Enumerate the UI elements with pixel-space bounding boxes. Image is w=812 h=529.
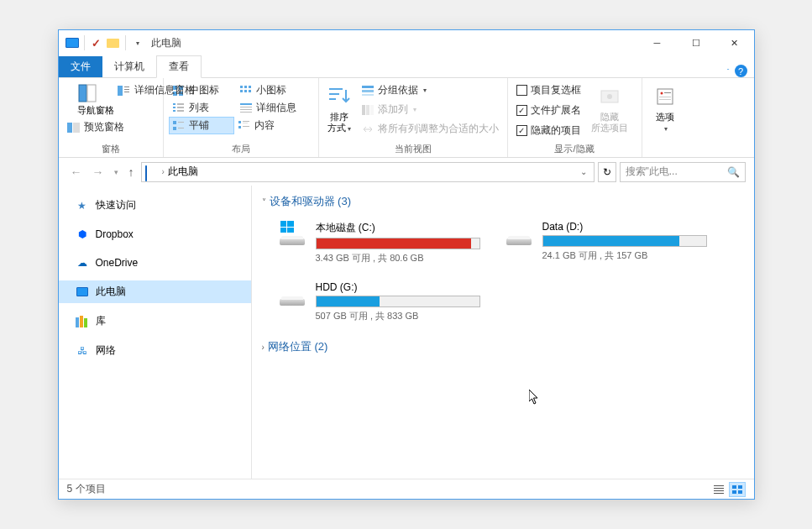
status-bar: 5 个项目 bbox=[59, 479, 754, 499]
layout-tiles-button[interactable]: 平铺 bbox=[169, 117, 234, 134]
sidebar-item-thispc[interactable]: 此电脑 bbox=[59, 280, 251, 303]
sidebar-item-onedrive[interactable]: ☁OneDrive bbox=[59, 252, 251, 274]
qat-dropdown-icon[interactable]: ▾ bbox=[131, 36, 144, 50]
sort-by-button[interactable]: 排序方式▾ bbox=[324, 81, 354, 141]
svg-rect-36 bbox=[243, 126, 249, 127]
content-area: ˅ 设备和驱动器 (3) 本地磁盘 (C:) 3.43 GB 可用 , 共 80… bbox=[252, 186, 754, 479]
svg-rect-19 bbox=[177, 103, 184, 105]
forward-button: → bbox=[89, 164, 107, 181]
drive-icon bbox=[504, 221, 534, 251]
newfolder-qat-icon[interactable] bbox=[107, 36, 120, 50]
group-label-showhide: 显示/隐藏 bbox=[513, 141, 637, 157]
svg-rect-15 bbox=[240, 90, 243, 92]
svg-rect-43 bbox=[362, 105, 365, 115]
size-columns-button: 将所有列调整为合适的大小 bbox=[358, 120, 502, 138]
breadcrumb-item[interactable]: 此电脑 bbox=[168, 165, 198, 179]
svg-rect-39 bbox=[329, 98, 336, 100]
window-title: 此电脑 bbox=[151, 36, 181, 50]
drive-usage-bar bbox=[316, 238, 480, 249]
svg-rect-27 bbox=[240, 112, 252, 113]
up-button[interactable]: ↑ bbox=[125, 164, 138, 181]
sidebar-item-dropbox[interactable]: ⬢Dropbox bbox=[59, 223, 251, 245]
section-network-header[interactable]: › 网络位置 (2) bbox=[262, 339, 744, 354]
svg-rect-29 bbox=[178, 122, 184, 123]
group-label-currentview: 当前视图 bbox=[324, 141, 502, 157]
checkbox-checked-icon: ✓ bbox=[516, 125, 527, 136]
svg-rect-1 bbox=[87, 85, 96, 102]
tab-view[interactable]: 查看 bbox=[156, 55, 202, 78]
svg-rect-42 bbox=[362, 94, 374, 96]
svg-rect-31 bbox=[178, 128, 184, 128]
sidebar-item-quick[interactable]: ★快速访问 bbox=[59, 194, 251, 217]
search-placeholder: 搜索"此电... bbox=[626, 165, 678, 179]
svg-rect-6 bbox=[124, 89, 129, 90]
details-pane-button[interactable]: 详细信息窗格 bbox=[114, 81, 198, 99]
svg-rect-33 bbox=[243, 121, 249, 122]
svg-rect-50 bbox=[664, 92, 671, 93]
tab-computer[interactable]: 计算机 bbox=[102, 56, 156, 77]
address-dropdown-icon[interactable]: ⌄ bbox=[577, 167, 590, 176]
chevron-right-icon[interactable]: › bbox=[162, 167, 165, 176]
star-icon: ★ bbox=[76, 199, 89, 212]
hidden-items-toggle[interactable]: ✓隐藏的项目 bbox=[513, 122, 584, 139]
drive-item[interactable]: 本地磁盘 (C:) 3.43 GB 可用 , 共 80.6 GB bbox=[274, 217, 484, 268]
details-view-button[interactable] bbox=[710, 482, 727, 497]
chevron-right-icon: › bbox=[262, 343, 265, 352]
computer-icon bbox=[76, 285, 89, 299]
close-button[interactable]: ✕ bbox=[715, 30, 754, 55]
minimize-button[interactable]: ─ bbox=[638, 30, 677, 55]
large-icons-view-button[interactable] bbox=[729, 482, 746, 497]
svg-rect-3 bbox=[73, 123, 80, 133]
layout-details-button[interactable]: 详细信息 bbox=[236, 99, 310, 117]
drive-usage-bar bbox=[316, 296, 480, 307]
drive-item[interactable]: HDD (G:) 507 GB 可用 , 共 833 GB bbox=[274, 278, 484, 326]
refresh-button[interactable]: ↻ bbox=[598, 162, 616, 182]
sidebar-item-network[interactable]: 🖧网络 bbox=[59, 339, 251, 362]
svg-rect-34 bbox=[243, 123, 248, 123]
preview-pane-button[interactable]: 预览窗格 bbox=[64, 118, 128, 136]
explorer-window: ✓ ▾ 此电脑 ─ ☐ ✕ 文件 计算机 查看 ˆ ? bbox=[58, 29, 755, 500]
svg-rect-56 bbox=[714, 485, 724, 486]
group-by-button[interactable]: 分组依据▾ bbox=[358, 81, 502, 99]
nav-sidebar: ★快速访问 ⬢Dropbox ☁OneDrive 此电脑 库 🖧网络 bbox=[59, 186, 252, 479]
help-icon[interactable]: ? bbox=[735, 65, 747, 77]
address-bar[interactable]: › 此电脑 ⌄ bbox=[141, 162, 595, 182]
svg-rect-0 bbox=[79, 85, 86, 102]
group-label-layout: 布局 bbox=[169, 141, 313, 157]
svg-rect-44 bbox=[366, 105, 369, 115]
drive-stat: 507 GB 可用 , 共 833 GB bbox=[316, 310, 480, 322]
back-button[interactable]: ← bbox=[67, 164, 86, 181]
svg-point-49 bbox=[661, 92, 663, 95]
recent-dropdown-icon[interactable]: ▾ bbox=[111, 166, 122, 178]
maximize-button[interactable]: ☐ bbox=[677, 30, 715, 55]
checkbox-items-toggle[interactable]: 项目复选框 bbox=[513, 81, 584, 99]
svg-rect-7 bbox=[124, 92, 129, 92]
layout-content-button[interactable]: 内容 bbox=[234, 117, 301, 134]
svg-rect-59 bbox=[714, 493, 724, 494]
svg-rect-25 bbox=[240, 107, 252, 107]
ribbon-collapse-icon[interactable]: ˆ bbox=[727, 67, 730, 75]
svg-rect-23 bbox=[177, 110, 184, 112]
section-devices-header[interactable]: ˅ 设备和驱动器 (3) bbox=[262, 194, 744, 209]
svg-rect-30 bbox=[173, 127, 176, 130]
properties-qat-icon[interactable]: ✓ bbox=[90, 36, 103, 50]
nav-pane-button[interactable]: 导航窗格 bbox=[76, 81, 116, 118]
svg-rect-37 bbox=[329, 88, 343, 90]
svg-rect-22 bbox=[173, 110, 175, 112]
tab-file[interactable]: 文件 bbox=[59, 56, 102, 77]
ribbon: 导航窗格 预览窗格 详细信息窗格 窗格 中图标 小图标 列表 详细信息 bbox=[59, 78, 754, 158]
drive-item[interactable]: Data (D:) 24.1 GB 可用 , 共 157 GB bbox=[500, 217, 710, 268]
svg-rect-54 bbox=[80, 316, 83, 327]
extensions-toggle[interactable]: ✓文件扩展名 bbox=[513, 102, 584, 119]
options-button[interactable]: 选项▾ bbox=[647, 81, 684, 144]
layout-small-button[interactable]: 小图标 bbox=[236, 81, 303, 99]
titlebar: ✓ ▾ 此电脑 ─ ☐ ✕ bbox=[59, 30, 754, 55]
svg-rect-26 bbox=[240, 109, 252, 110]
search-input[interactable]: 搜索"此电... 🔍 bbox=[620, 162, 746, 182]
checkbox-icon bbox=[516, 85, 527, 96]
computer-icon bbox=[65, 36, 79, 50]
sidebar-item-libraries[interactable]: 库 bbox=[59, 310, 251, 333]
layout-list-button[interactable]: 列表 bbox=[169, 99, 236, 117]
svg-rect-63 bbox=[738, 490, 742, 494]
svg-rect-12 bbox=[240, 86, 243, 88]
